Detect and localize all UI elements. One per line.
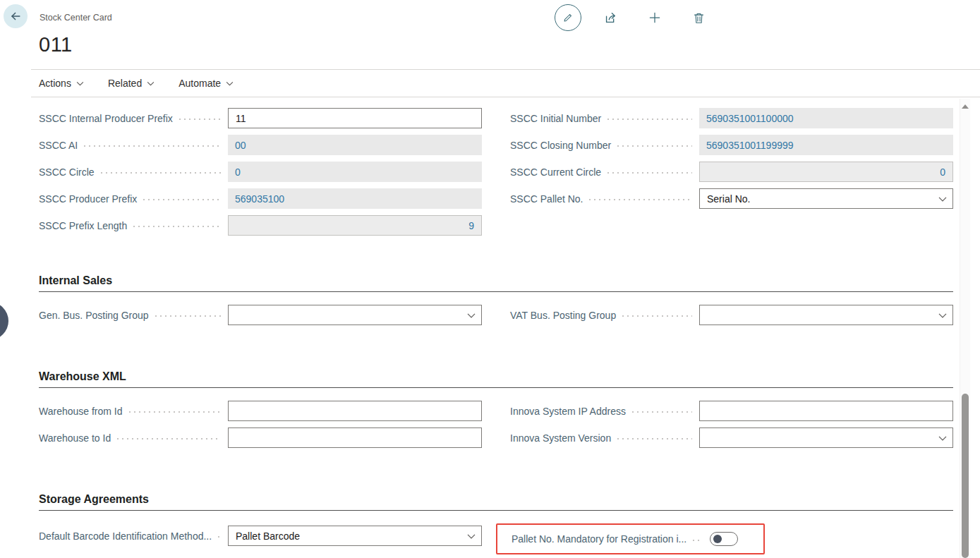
dotted-leader xyxy=(129,411,221,413)
warehouse-from-id-input[interactable] xyxy=(228,401,482,421)
field-label: Warehouse to Id xyxy=(39,432,111,444)
chevron-down-icon[interactable] xyxy=(467,313,476,318)
vat-bus-posting-group-field[interactable] xyxy=(699,305,953,325)
innova-system-version-input[interactable] xyxy=(699,427,953,448)
innova-system-ip-address-field[interactable] xyxy=(699,401,953,421)
sscc-closing-number-field: 5690351001199999 xyxy=(699,135,953,155)
field-label: Innova System IP Address xyxy=(510,406,626,417)
field-sscc-initial-number: SSCC Initial Number 5690351001100000 xyxy=(510,108,953,128)
menu-automate-label: Automate xyxy=(179,78,221,89)
edit-button[interactable] xyxy=(555,4,581,31)
dotted-leader xyxy=(218,536,221,538)
field-label: SSCC AI xyxy=(39,140,78,151)
field-label: SSCC Initial Number xyxy=(510,113,601,124)
field-innova-system-ip-address: Innova System IP Address xyxy=(510,401,953,421)
section-title-internal-sales: Internal Sales xyxy=(39,274,953,292)
field-label: VAT Bus. Posting Group xyxy=(510,310,616,321)
field-sscc-current-circle: SSCC Current Circle 0 xyxy=(510,162,953,182)
warehouse-to-id-field[interactable] xyxy=(228,427,482,448)
field-sscc-pallet-no: SSCC Pallet No. xyxy=(510,188,953,209)
page-caption: Stock Center Card xyxy=(40,13,112,23)
general-right-column: SSCC Initial Number 5690351001100000 SSC… xyxy=(510,108,953,242)
pallet-no-mandatory-toggle[interactable] xyxy=(710,532,738,546)
warehouse-from-id-field[interactable] xyxy=(228,401,482,421)
field-label: Default Barcode Identification Method... xyxy=(39,530,212,542)
dotted-leader xyxy=(179,119,221,121)
sscc-current-circle-field: 0 xyxy=(699,162,953,182)
field-sscc-prefix-length: SSCC Prefix Length 9 xyxy=(39,215,482,236)
gen-bus-posting-group-field[interactable] xyxy=(228,305,482,325)
sscc-initial-number-field: 5690351001100000 xyxy=(699,108,953,128)
chevron-down-icon[interactable] xyxy=(938,196,947,202)
scroll-up-icon[interactable] xyxy=(962,104,969,109)
field-sscc-ai: SSCC AI 00 xyxy=(39,135,482,155)
gen-bus-posting-group-input[interactable] xyxy=(228,305,482,325)
sscc-internal-producer-prefix-field[interactable] xyxy=(228,108,482,128)
innova-system-ip-address-input[interactable] xyxy=(699,401,953,421)
dotted-leader xyxy=(143,199,221,201)
menu-actions-label: Actions xyxy=(39,78,71,89)
field-label: Gen. Bus. Posting Group xyxy=(39,310,149,321)
toolbar xyxy=(555,4,728,31)
sscc-initial-number-value: 5690351001100000 xyxy=(706,113,946,124)
sscc-prefix-length-field: 9 xyxy=(228,215,482,236)
field-label: SSCC Closing Number xyxy=(510,140,611,151)
general-section: SSCC Internal Producer Prefix SSCC AI 00… xyxy=(39,108,953,242)
scrollbar-thumb[interactable] xyxy=(962,394,969,558)
dotted-leader xyxy=(101,172,221,174)
field-label: Warehouse from Id xyxy=(39,406,123,417)
innova-system-version-field[interactable] xyxy=(699,427,953,448)
menu-actions[interactable]: Actions xyxy=(39,78,84,89)
section-title-warehouse-xml: Warehouse XML xyxy=(39,370,953,388)
sscc-pallet-no-input[interactable] xyxy=(699,188,953,209)
warehouse-to-id-input[interactable] xyxy=(228,427,482,448)
page-title: 011 xyxy=(39,33,73,56)
chevron-down-icon[interactable] xyxy=(938,313,947,318)
storage-agreements-section: Default Barcode Identification Method...… xyxy=(39,523,953,554)
back-button[interactable] xyxy=(4,4,28,28)
field-label: Pallet No. Mandatory for Registration i.… xyxy=(512,533,686,545)
field-label: SSCC Pallet No. xyxy=(510,193,583,205)
sscc-pallet-no-field[interactable] xyxy=(699,188,953,209)
share-icon xyxy=(603,10,619,25)
trash-icon xyxy=(692,11,706,25)
chevron-down-icon xyxy=(76,81,84,86)
field-warehouse-to-id: Warehouse to Id xyxy=(39,427,482,448)
field-label: SSCC Producer Prefix xyxy=(39,193,137,205)
dotted-leader xyxy=(693,540,703,542)
field-innova-system-version: Innova System Version xyxy=(510,427,953,448)
field-sscc-producer-prefix: SSCC Producer Prefix 569035100 xyxy=(39,188,482,209)
menu-automate[interactable]: Automate xyxy=(179,78,234,89)
toggle-knob xyxy=(713,535,722,543)
chevron-down-icon[interactable] xyxy=(467,533,476,539)
sscc-producer-prefix-value: 569035100 xyxy=(235,193,475,205)
dotted-leader xyxy=(84,145,221,147)
dotted-leader xyxy=(617,438,692,440)
sscc-closing-number-value: 5690351001199999 xyxy=(706,140,946,151)
arrow-left-icon xyxy=(8,9,23,23)
field-warehouse-from-id: Warehouse from Id xyxy=(39,401,482,421)
default-barcode-identification-method-input[interactable] xyxy=(228,526,482,546)
vat-bus-posting-group-input[interactable] xyxy=(699,305,953,325)
field-vat-bus-posting-group: VAT Bus. Posting Group xyxy=(510,305,953,325)
sscc-circle-field: 0 xyxy=(228,162,482,182)
delete-button[interactable] xyxy=(684,4,713,31)
warehouse-xml-section: Warehouse from Id Innova System IP Addre… xyxy=(39,401,953,454)
share-button[interactable] xyxy=(597,4,625,31)
chevron-down-icon xyxy=(226,81,234,86)
sscc-current-circle-value: 0 xyxy=(707,166,945,178)
dotted-leader xyxy=(607,172,692,174)
menu-related[interactable]: Related xyxy=(108,78,155,89)
field-label: SSCC Prefix Length xyxy=(39,220,127,231)
field-label: SSCC Internal Producer Prefix xyxy=(39,113,173,124)
page-header: Stock Center Card 011 xyxy=(0,0,980,70)
dotted-leader xyxy=(607,119,692,121)
field-label: SSCC Circle xyxy=(39,166,95,178)
sscc-internal-producer-prefix-input[interactable] xyxy=(228,108,482,128)
new-button[interactable] xyxy=(641,4,669,31)
sscc-ai-value: 00 xyxy=(235,140,475,151)
chevron-down-icon[interactable] xyxy=(938,435,947,441)
vertical-scrollbar[interactable] xyxy=(960,99,970,558)
card-content: SSCC Internal Producer Prefix SSCC AI 00… xyxy=(0,97,980,558)
default-barcode-identification-method-field[interactable] xyxy=(228,526,482,546)
